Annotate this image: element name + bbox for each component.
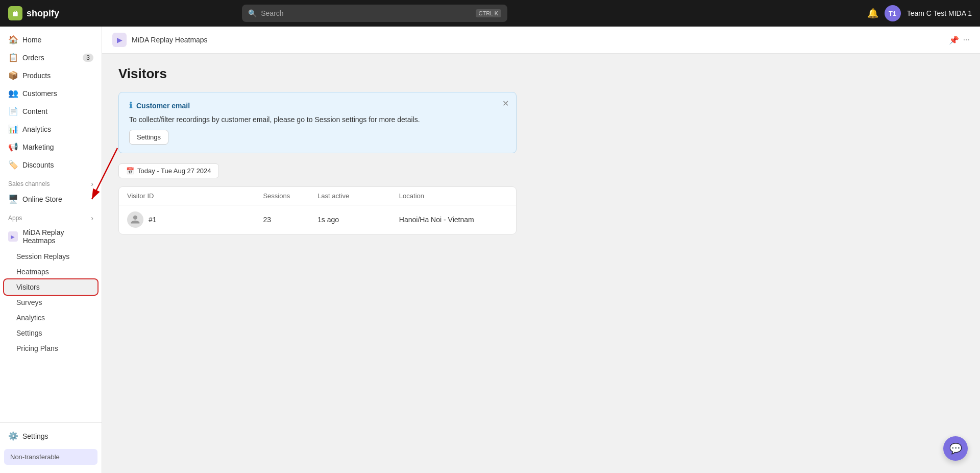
sidebar-item-mida-app[interactable]: ▶ MiDA Replay Heatmaps xyxy=(0,224,102,249)
sidebar-item-discounts-label: Discounts xyxy=(22,161,54,169)
sidebar-item-home[interactable]: 🏠 Home xyxy=(0,31,102,49)
chat-icon: 💬 xyxy=(949,442,962,455)
sidebar-bottom: ⚙️ Settings Non-transferable xyxy=(0,422,102,473)
sidebar-item-settings[interactable]: ⚙️ Settings xyxy=(0,427,102,445)
apps-section: Apps › xyxy=(0,208,102,224)
search-placeholder: Search xyxy=(261,9,283,17)
sales-channels-label: Sales channels xyxy=(8,180,50,187)
sidebar-subitem-settings[interactable]: Settings xyxy=(0,325,102,341)
surveys-label: Surveys xyxy=(16,298,42,306)
page-content: Visitors ℹ Customer email To collect/fil… xyxy=(102,54,980,247)
alert-close-icon[interactable]: ✕ xyxy=(502,99,509,108)
alert-title: Customer email xyxy=(136,102,190,110)
mida-app-icon: ▶ xyxy=(8,231,18,242)
sidebar-subitem-heatmaps[interactable]: Heatmaps xyxy=(0,264,102,279)
chat-bubble[interactable]: 💬 xyxy=(943,436,968,461)
apps-label: Apps xyxy=(8,215,22,222)
products-icon: 📦 xyxy=(8,70,17,80)
notification-bell-icon[interactable]: 🔔 xyxy=(867,8,878,19)
logo-text: shopify xyxy=(27,8,59,19)
sidebar-nav: 🏠 Home 📋 Orders 3 📦 Products 👥 Customers… xyxy=(0,27,102,422)
orders-icon: 📋 xyxy=(8,53,17,62)
sidebar-item-products-label: Products xyxy=(22,72,51,80)
topbar-right: 🔔 T1 Team C Test MIDA 1 xyxy=(867,5,972,21)
col-location: Location xyxy=(399,192,508,200)
pin-icon[interactable]: 📌 xyxy=(949,35,959,45)
visitor-location: Hanoi/Ha Noi - Vietnam xyxy=(399,216,508,224)
sidebar-item-content-label: Content xyxy=(22,107,47,115)
customers-icon: 👥 xyxy=(8,88,17,98)
sidebar-subitem-session-replays[interactable]: Session Replays xyxy=(0,249,102,264)
content-icon: 📄 xyxy=(8,106,17,116)
app-header-icon: ▶ xyxy=(112,33,127,47)
info-icon: ℹ xyxy=(129,101,132,110)
heatmaps-label: Heatmaps xyxy=(16,268,49,276)
alert-body: To collect/filter recordings by customer… xyxy=(129,115,506,124)
app-header-title: MiDA Replay Heatmaps xyxy=(132,36,208,44)
sidebar-item-marketing-label: Marketing xyxy=(22,143,54,151)
alert-settings-button[interactable]: Settings xyxy=(129,130,168,145)
main-layout: 🏠 Home 📋 Orders 3 📦 Products 👥 Customers… xyxy=(0,27,980,473)
non-transferable-badge[interactable]: Non-transferable xyxy=(4,449,97,465)
apps-expand-icon[interactable]: › xyxy=(91,214,93,222)
alert-banner: ℹ Customer email To collect/filter recor… xyxy=(118,92,517,153)
sales-channels-expand-icon[interactable]: › xyxy=(91,180,93,188)
pricing-plans-label: Pricing Plans xyxy=(16,344,58,352)
sidebar-subitem-pricing-plans[interactable]: Pricing Plans xyxy=(0,341,102,356)
visitor-sessions: 23 xyxy=(263,216,317,224)
sidebar-item-analytics[interactable]: 📊 Analytics xyxy=(0,120,102,138)
sidebar-item-products[interactable]: 📦 Products xyxy=(0,66,102,84)
settings-sub-label: Settings xyxy=(16,329,42,337)
search-bar[interactable]: 🔍 Search CTRL K xyxy=(242,5,507,22)
analytics-sub-label: Analytics xyxy=(16,314,45,322)
sidebar-subitem-visitors[interactable]: Visitors xyxy=(4,279,97,295)
col-sessions: Sessions xyxy=(263,192,317,200)
app-header: ▶ MiDA Replay Heatmaps 📌 ··· xyxy=(102,27,980,54)
sidebar-subitem-analytics[interactable]: Analytics xyxy=(0,310,102,325)
avatar[interactable]: T1 xyxy=(885,5,901,21)
sidebar-subitem-surveys[interactable]: Surveys xyxy=(0,295,102,310)
sidebar-item-home-label: Home xyxy=(22,36,41,44)
settings-icon: ⚙️ xyxy=(8,431,17,441)
online-store-icon: 🖥️ xyxy=(8,194,17,204)
topbar: shopify 🔍 Search CTRL K 🔔 T1 Team C Test… xyxy=(0,0,980,27)
sidebar-item-customers-label: Customers xyxy=(22,89,57,98)
sidebar: 🏠 Home 📋 Orders 3 📦 Products 👥 Customers… xyxy=(0,27,102,473)
date-filter[interactable]: 📅 Today - Tue Aug 27 2024 xyxy=(118,163,219,178)
col-last-active: Last active xyxy=(317,192,399,200)
sidebar-item-marketing[interactable]: 📢 Marketing xyxy=(0,138,102,156)
mida-app-label: MiDA Replay Heatmaps xyxy=(23,228,93,245)
sidebar-item-online-store[interactable]: 🖥️ Online Store xyxy=(0,190,102,208)
content-area: ▶ MiDA Replay Heatmaps 📌 ··· Visitors ℹ … xyxy=(102,27,980,473)
sidebar-item-content[interactable]: 📄 Content xyxy=(0,102,102,120)
home-icon: 🏠 xyxy=(8,35,17,44)
visitor-id-value: #1 xyxy=(149,216,157,224)
more-options-icon[interactable]: ··· xyxy=(963,35,970,44)
page-title: Visitors xyxy=(118,66,964,82)
app-header-left: ▶ MiDA Replay Heatmaps xyxy=(112,33,208,47)
orders-badge: 3 xyxy=(83,54,93,62)
logo[interactable]: shopify xyxy=(8,6,59,20)
username: Team C Test MIDA 1 xyxy=(907,9,972,17)
marketing-icon: 📢 xyxy=(8,142,17,152)
visitor-id-cell: #1 xyxy=(127,211,263,228)
sidebar-item-orders-label: Orders xyxy=(22,54,44,62)
visitor-avatar xyxy=(127,211,143,228)
table-row[interactable]: #1 23 1s ago Hanoi/Ha Noi - Vietnam xyxy=(119,205,516,234)
session-replays-label: Session Replays xyxy=(16,252,69,261)
app-header-actions: 📌 ··· xyxy=(949,35,970,45)
search-icon: 🔍 xyxy=(248,9,257,17)
sales-channels-section: Sales channels › xyxy=(0,174,102,190)
alert-header: ℹ Customer email xyxy=(129,101,506,110)
sidebar-item-online-store-label: Online Store xyxy=(22,195,62,203)
visitors-table: Visitor ID Sessions Last active Location… xyxy=(118,186,517,234)
sidebar-item-analytics-label: Analytics xyxy=(22,125,51,133)
search-shortcut: CTRL K xyxy=(476,9,502,17)
sidebar-item-discounts[interactable]: 🏷️ Discounts xyxy=(0,156,102,174)
sidebar-item-customers[interactable]: 👥 Customers xyxy=(0,84,102,102)
col-visitor-id: Visitor ID xyxy=(127,192,263,200)
sidebar-item-orders[interactable]: 📋 Orders 3 xyxy=(0,49,102,66)
settings-label: Settings xyxy=(22,432,48,440)
discounts-icon: 🏷️ xyxy=(8,160,17,170)
date-filter-label: Today - Tue Aug 27 2024 xyxy=(137,167,211,175)
